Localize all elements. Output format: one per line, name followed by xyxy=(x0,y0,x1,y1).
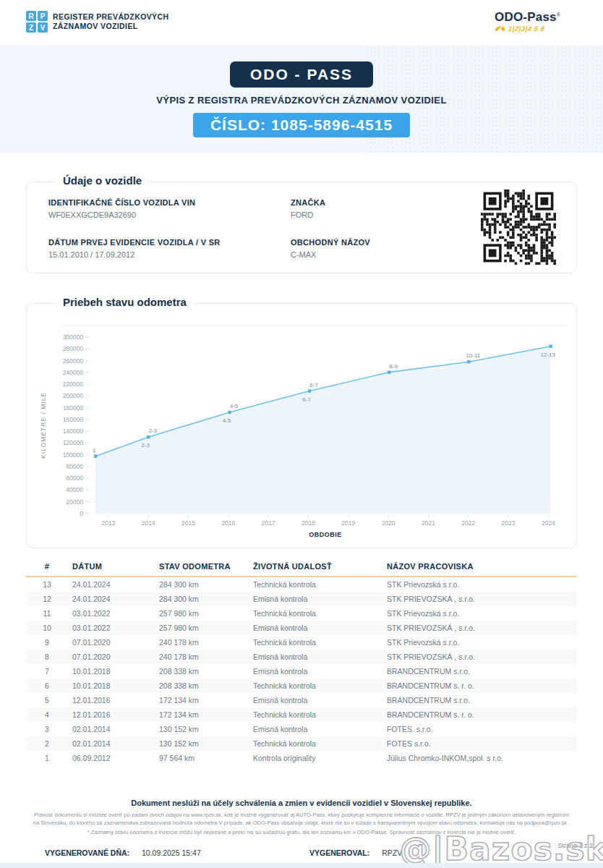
cell-odometer: 284 300 km xyxy=(155,576,249,592)
svg-text:2023: 2023 xyxy=(502,519,516,527)
svg-text:10-11: 10-11 xyxy=(466,352,480,359)
field-model-label: OBCHODNÝ NÁZOV xyxy=(291,238,482,247)
top-header: R P Z V REGISTER PREVÁDZKOVÝCH ZÁZNAMOV … xyxy=(0,0,603,46)
table-header-row: # DÁTUM STAV ODOMETRA ŽIVOTNÁ UDALOSŤ NÁ… xyxy=(26,558,577,576)
svg-text:2018: 2018 xyxy=(302,519,315,527)
bazos-watermark: @|Bazos.sk xyxy=(400,830,603,867)
vehicle-fields: IDENTIFIKAČNÉ ČÍSLO VOZIDLA VIN WF0EXXGC… xyxy=(48,198,482,259)
cell-number: 1 xyxy=(26,751,68,765)
svg-text:160000: 160000 xyxy=(63,416,84,423)
cell-event: Emisná kontrola xyxy=(249,621,382,635)
svg-text:1: 1 xyxy=(93,447,96,454)
records-table: # DÁTUM STAV ODOMETRA ŽIVOTNÁ UDALOSŤ NÁ… xyxy=(26,558,577,765)
table-row: 1003.01.2022257 980 kmEmisná kontrolaSTK… xyxy=(26,621,577,635)
svg-text:KILOMETRE / MILE: KILOMETRE / MILE xyxy=(40,392,47,459)
cell-number: 7 xyxy=(26,664,68,678)
cell-odometer: 208 338 km xyxy=(155,664,249,678)
table-row: 412.01.2016172 134 kmTechnická kontrolaB… xyxy=(26,707,577,722)
cell-event: Technická kontrola xyxy=(249,678,382,693)
field-first-registration-value: 15.01.2010 / 17.09.2012 xyxy=(48,250,291,259)
rpzv-letter-p: P xyxy=(38,11,48,21)
cell-odometer: 240 178 km xyxy=(155,650,249,664)
svg-text:6-7: 6-7 xyxy=(302,396,311,403)
cell-event: Emisná kontrola xyxy=(249,650,382,664)
vehicle-section-title: Údaje o vozidle xyxy=(56,174,149,187)
cell-date: 10.01.2018 xyxy=(68,664,155,678)
svg-text:200000: 200000 xyxy=(63,392,84,399)
table-row: 907.01.2020240 178 kmTechnická kontrolaS… xyxy=(26,635,577,650)
cell-number: 9 xyxy=(26,635,68,650)
cell-date: 02.01.2014 xyxy=(68,722,155,736)
cell-workplace: Július Chromko-INKOM,spol. s r.o. xyxy=(382,751,577,765)
cell-workplace: STK Prievozská s.r.o. xyxy=(382,576,577,592)
table-row: 1103.01.2022257 980 kmTechnická kontrola… xyxy=(26,606,577,621)
generator-label: VYGENEROVAL: xyxy=(309,848,369,857)
cell-number: 2 xyxy=(26,736,68,751)
cell-date: 07.01.2020 xyxy=(68,635,155,650)
svg-text:2021: 2021 xyxy=(422,519,435,527)
header-number: # xyxy=(26,558,68,576)
table-row: 302.01.2014130 152 kmEmisná kontrolaFOTE… xyxy=(26,722,577,736)
svg-text:6-7: 6-7 xyxy=(309,382,318,388)
cell-odometer: 257 980 km xyxy=(155,621,249,635)
cell-number: 4 xyxy=(26,707,68,722)
cell-event: Emisná kontrola xyxy=(249,693,382,707)
rpzv-letter-z: Z xyxy=(26,22,36,33)
rpzv-letter-r: R xyxy=(26,11,36,21)
bottom-strip xyxy=(0,863,603,868)
cell-workplace: STK PRIEVOZSKÁ , s.r.o. xyxy=(382,650,577,664)
odopass-logo-text: ODO-Pass xyxy=(495,10,557,24)
svg-text:220000: 220000 xyxy=(63,380,84,388)
cell-number: 13 xyxy=(26,576,68,592)
cell-date: 06.09.2012 xyxy=(68,751,155,765)
cell-odometer: 208 338 km xyxy=(155,678,249,693)
rpzv-logo-icon: R P Z V xyxy=(26,11,48,33)
cell-number: 6 xyxy=(26,678,68,693)
header-event: ŽIVOTNÁ UDALOSŤ xyxy=(249,558,382,576)
svg-text:2016: 2016 xyxy=(221,519,235,527)
cell-number: 8 xyxy=(26,650,68,664)
field-first-registration: DÁTUM PRVEJ EVIDENCIE VOZIDLA / V SR 15.… xyxy=(48,238,291,259)
cell-workplace: BRANDCENTRUM s.r.o. xyxy=(382,664,577,678)
svg-text:12-13: 12-13 xyxy=(540,352,555,358)
field-brand-value: FORD xyxy=(291,210,482,219)
cell-date: 24.01.2024 xyxy=(68,576,155,592)
field-brand-label: ZNAČKA xyxy=(291,198,482,207)
document-number-badge: ČÍSLO: 1085-5896-4515 xyxy=(193,113,410,137)
svg-text:2-3: 2-3 xyxy=(148,427,157,434)
svg-text:OBDOBIE: OBDOBIE xyxy=(309,531,342,538)
table-row: 106.09.201297 564 kmKontrola originality… xyxy=(26,751,577,765)
cell-workplace: BRANDCENTRUM s.r.o. xyxy=(382,693,577,707)
cell-date: 12.01.2016 xyxy=(68,693,155,707)
cell-odometer: 130 152 km xyxy=(155,736,249,751)
cell-date: 12.01.2016 xyxy=(68,707,155,722)
cell-date: 03.01.2022 xyxy=(68,621,155,635)
cell-date: 02.01.2014 xyxy=(68,736,155,751)
odometer-chart-card: Priebeh stavu odometra 02000040000600008… xyxy=(26,303,577,548)
svg-text:240000: 240000 xyxy=(63,369,84,376)
table-row: 610.01.2018208 338 kmTechnická kontrolaB… xyxy=(26,678,577,693)
svg-text:2017: 2017 xyxy=(262,519,275,527)
odo-pass-badge: ODO - PASS xyxy=(230,61,373,88)
field-vin-label: IDENTIFIKAČNÉ ČÍSLO VOZIDLA VIN xyxy=(48,198,291,207)
rpzv-letter-v: V xyxy=(38,22,48,33)
cell-workplace: BRANDCENTRUM s. r. o. xyxy=(382,678,577,693)
chart-section-title: Priebeh stavu odometra xyxy=(56,296,194,308)
table-row: 807.01.2020240 178 kmEmisná kontrolaSTK … xyxy=(26,650,577,664)
svg-text:20000: 20000 xyxy=(66,498,83,506)
speedometer-icon xyxy=(494,25,507,33)
cell-workplace: FOTES. s.r.o. xyxy=(382,722,577,736)
svg-text:2024: 2024 xyxy=(542,519,555,527)
header-odometer: STAV ODOMETRA xyxy=(155,558,249,576)
cell-date: 07.01.2020 xyxy=(68,650,155,664)
rpzv-title-line2: ZÁZNAMOV VOZIDIEL xyxy=(53,22,169,31)
cell-odometer: 172 134 km xyxy=(155,707,249,722)
svg-text:2020: 2020 xyxy=(382,519,395,527)
cell-number: 10 xyxy=(26,621,68,635)
svg-text:300000: 300000 xyxy=(63,333,84,341)
rpzv-logo: R P Z V REGISTER PREVÁDZKOVÝCH ZÁZNAMOV … xyxy=(26,11,169,33)
svg-text:2014: 2014 xyxy=(142,519,155,527)
svg-text:0: 0 xyxy=(80,510,83,517)
hero-subtitle: VÝPIS Z REGISTRA PREVÁDZKOVÝCH ZÁZNAMOV … xyxy=(156,95,447,106)
cell-odometer: 130 152 km xyxy=(155,722,249,736)
